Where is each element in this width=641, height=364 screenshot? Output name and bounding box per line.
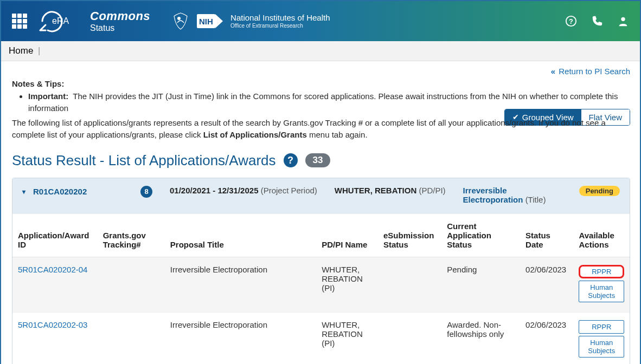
grant-group-card: ▾ R01CA020202 8 01/20/2021 - 12/31/2025 …	[12, 178, 630, 365]
group-pi: WHUTER, REBATION (PD/PI)	[335, 186, 446, 195]
group-title-label: (Title)	[525, 195, 546, 204]
applications-table: Application/Award ID Grants.gov Tracking…	[12, 214, 630, 365]
col-esub: eSubmission Status	[378, 214, 441, 257]
cell-date: 02/06/2023	[520, 257, 573, 312]
notes-para-bold: List of Applications/Grants	[203, 130, 307, 139]
return-link-label: Return to PI Search	[559, 67, 630, 76]
cell-esub	[378, 312, 441, 364]
user-icon[interactable]	[617, 15, 629, 27]
group-period: 01/20/2021 - 12/31/2025 (Project Period)	[170, 186, 317, 195]
apps-grid-icon[interactable]	[12, 14, 27, 29]
breadcrumb-sep: |	[38, 46, 40, 56]
grant-group-header[interactable]: ▾ R01CA020202 8 01/20/2021 - 12/31/2025 …	[12, 178, 630, 214]
group-period-label: (Project Period)	[261, 186, 317, 195]
group-count-badge: 8	[140, 186, 152, 198]
cell-tracking	[98, 257, 165, 312]
cell-pi: WHUTER, REBATION (PI)	[316, 312, 378, 364]
section-title: Status Result - List of Applications/Awa…	[12, 152, 276, 169]
cell-pi: WHUTER, REBATION (PI)	[316, 257, 378, 312]
section-help-icon[interactable]: ?	[284, 153, 298, 167]
status-badge: Pending	[579, 186, 620, 196]
cell-date: 02/06/2023	[520, 312, 573, 364]
breadcrumb-bar: Home |	[1, 41, 640, 61]
nih-text: National Institutes of Health Office of …	[230, 14, 330, 29]
hhs-icon	[172, 12, 189, 30]
result-count-badge: 33	[305, 153, 331, 167]
group-title-text: Irreversible Electroporation	[463, 186, 523, 204]
cell-title: Irreversible Electroporation	[165, 257, 316, 312]
col-title: Proposal Title	[165, 214, 316, 257]
era-logo: eRA	[38, 9, 76, 34]
action-button[interactable]: Human Subjects	[579, 281, 624, 302]
notes-heading: Notes & Tips:	[12, 78, 630, 90]
notes-paragraph: The following list of applications/grant…	[12, 117, 630, 141]
svg-text:?: ?	[569, 17, 573, 25]
group-pi-name: WHUTER, REBATION	[335, 186, 416, 195]
help-icon[interactable]: ?	[565, 15, 577, 27]
notes-para-2: menu tab again.	[307, 130, 368, 139]
nih-icon: NIH	[197, 13, 223, 29]
col-date: Status Date	[520, 214, 573, 257]
group-id: R01CA020202	[33, 187, 87, 196]
notes-bullet-strong: Important:	[28, 92, 68, 101]
cell-title: Irreversible Electroporation	[165, 312, 316, 364]
brand-name: Commons	[90, 9, 150, 23]
cell-appstatus: Awarded. Non-fellowships only	[441, 312, 520, 364]
cell-esub	[378, 257, 441, 312]
col-tracking: Grants.gov Tracking#	[98, 214, 165, 257]
cell-appstatus: Pending	[441, 257, 520, 312]
svg-point-1	[177, 17, 181, 20]
col-app-id: Application/Award ID	[12, 214, 98, 257]
actions-cell: RPPRHuman Subjects	[579, 320, 624, 358]
svg-point-6	[621, 17, 625, 21]
svg-text:NIH: NIH	[199, 17, 213, 26]
phone-icon[interactable]	[591, 15, 603, 27]
cell-tracking	[98, 312, 165, 364]
action-button[interactable]: RPPR	[579, 320, 624, 334]
group-pi-role: (PD/PI)	[419, 186, 445, 195]
app-id-link[interactable]: 5R01CA020202-03	[18, 320, 87, 329]
svg-text:eRA: eRA	[52, 16, 69, 25]
top-bar: eRA Commons Status NIH National Institut…	[1, 1, 640, 41]
chevron-left-icon: «	[551, 67, 555, 76]
hhs-nih-block: NIH National Institutes of Health Office…	[172, 12, 330, 30]
brand-block: Commons Status	[90, 9, 150, 33]
action-button[interactable]: RPPR	[579, 265, 624, 278]
group-status: Pending	[579, 186, 620, 195]
col-appstatus: Current Application Status	[441, 214, 520, 257]
table-row: 5R01CA020202-04 Irreversible Electropora…	[12, 257, 630, 312]
nih-title: National Institutes of Health	[230, 13, 330, 22]
col-pi: PD/PI Name	[316, 214, 378, 257]
return-to-pi-search-link[interactable]: « Return to PI Search	[551, 67, 630, 76]
app-id-link[interactable]: 5R01CA020202-04	[18, 265, 87, 274]
breadcrumb-home[interactable]: Home	[9, 46, 33, 56]
table-row: 5R01CA020202-03 Irreversible Electropora…	[12, 312, 630, 364]
brand-sub: Status	[90, 23, 150, 33]
col-actions: Available Actions	[573, 214, 630, 257]
actions-cell: RPPRHuman Subjects	[579, 265, 624, 302]
nih-sub: Office of Extramural Research	[230, 23, 330, 29]
group-period-value: 01/20/2021 - 12/31/2025	[170, 186, 258, 195]
chevron-down-icon: ▾	[22, 188, 25, 196]
action-button[interactable]: Human Subjects	[579, 336, 624, 358]
group-title: Irreversible Electroporation (Title)	[463, 186, 562, 204]
